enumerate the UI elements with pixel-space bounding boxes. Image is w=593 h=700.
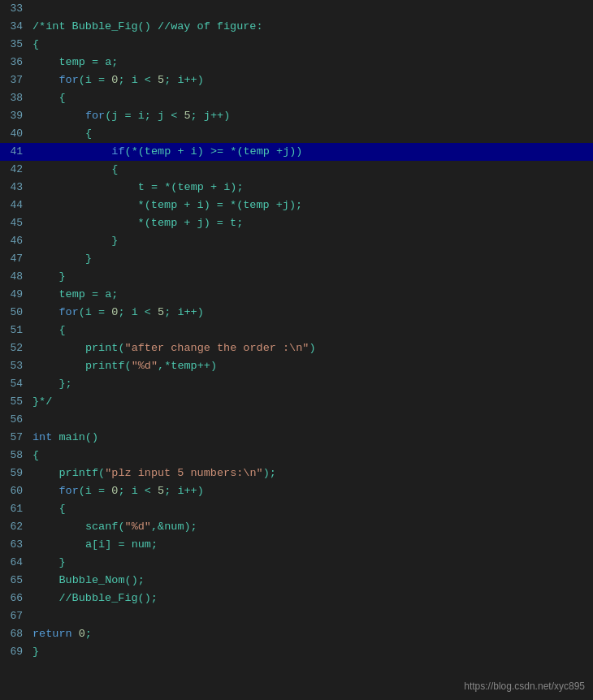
line-number: 65: [0, 572, 29, 590]
code-line: 57int main(): [0, 429, 593, 447]
line-number: 60: [0, 482, 29, 500]
code-line: 44 *(temp + i) = *(temp +j);: [0, 197, 593, 214]
code-line: 62 scanf("%d",&num);: [0, 518, 593, 536]
line-content: t = *(temp + i);: [29, 179, 593, 197]
line-content: for(i = 0; i < 5; i++): [29, 304, 593, 322]
line-number: 61: [0, 500, 29, 518]
line-content: {: [29, 89, 593, 107]
line-content: *(temp + j) = t;: [29, 214, 593, 232]
line-number: 55: [0, 393, 29, 411]
line-number: 56: [0, 411, 29, 429]
code-line: 50 for(i = 0; i < 5; i++): [0, 304, 593, 322]
code-line: 53 printf("%d",*temp++): [0, 357, 593, 375]
code-line: 45 *(temp + j) = t;: [0, 214, 593, 232]
code-line: 68return 0;: [0, 625, 593, 643]
line-number: 38: [0, 89, 29, 107]
line-number: 67: [0, 607, 29, 625]
line-content: [29, 607, 593, 625]
line-content: }*/: [29, 393, 593, 411]
code-line: 66 //Bubble_Fig();: [0, 590, 593, 607]
line-number: 53: [0, 357, 29, 375]
line-content: }: [29, 250, 593, 268]
line-number: 49: [0, 286, 29, 304]
line-number: 51: [0, 322, 29, 339]
code-line: 41 if(*(temp + i) >= *(temp +j)): [0, 143, 593, 161]
code-line: 55}*/: [0, 393, 593, 411]
line-number: 63: [0, 536, 29, 554]
code-line: 59 printf("plz input 5 numbers:\n");: [0, 465, 593, 482]
line-content: printf("%d",*temp++): [29, 357, 593, 375]
code-line: 60 for(i = 0; i < 5; i++): [0, 482, 593, 500]
line-content: }: [29, 643, 593, 661]
code-line: 52 print("after change the order :\n"): [0, 339, 593, 357]
code-line: 58{: [0, 447, 593, 465]
line-content: {: [29, 500, 593, 518]
line-number: 40: [0, 125, 29, 143]
line-content: return 0;: [29, 625, 593, 643]
code-line: 56: [0, 411, 593, 429]
line-number: 58: [0, 447, 29, 465]
line-content: for(j = i; j < 5; j++): [29, 107, 593, 125]
line-number: 37: [0, 71, 29, 89]
code-line: 49 temp = a;: [0, 286, 593, 304]
code-line: 35{: [0, 36, 593, 54]
code-line: 42 {: [0, 161, 593, 179]
code-line: 64 }: [0, 554, 593, 572]
watermark: https://blog.csdn.net/xyc895: [464, 681, 585, 692]
line-number: 42: [0, 161, 29, 179]
code-line: 65 Bubble_Nom();: [0, 572, 593, 590]
line-content: {: [29, 161, 593, 179]
code-line: 36 temp = a;: [0, 54, 593, 71]
line-content: *(temp + i) = *(temp +j);: [29, 197, 593, 214]
line-content: int main(): [29, 429, 593, 447]
code-line: 51 {: [0, 322, 593, 339]
code-line: 63 a[i] = num;: [0, 536, 593, 554]
line-number: 59: [0, 465, 29, 482]
line-content: }: [29, 554, 593, 572]
line-content: {: [29, 447, 593, 465]
line-number: 68: [0, 625, 29, 643]
line-content: //Bubble_Fig();: [29, 590, 593, 607]
line-content: [29, 0, 593, 18]
line-number: 62: [0, 518, 29, 536]
code-line: 46 }: [0, 232, 593, 250]
line-number: 45: [0, 214, 29, 232]
code-line: 34/*int Bubble_Fig() //way of figure:: [0, 18, 593, 36]
line-content: for(i = 0; i < 5; i++): [29, 71, 593, 89]
code-line: 37 for(i = 0; i < 5; i++): [0, 71, 593, 89]
line-content: Bubble_Nom();: [29, 572, 593, 590]
line-content: [29, 411, 593, 429]
line-content: printf("plz input 5 numbers:\n");: [29, 465, 593, 482]
line-number: 34: [0, 18, 29, 36]
line-number: 46: [0, 232, 29, 250]
line-content: }: [29, 232, 593, 250]
code-line: 43 t = *(temp + i);: [0, 179, 593, 197]
line-content: for(i = 0; i < 5; i++): [29, 482, 593, 500]
code-editor: 33 34/*int Bubble_Fig() //way of figure:…: [0, 0, 593, 700]
line-number: 44: [0, 197, 29, 214]
line-content: scanf("%d",&num);: [29, 518, 593, 536]
code-line: 38 {: [0, 89, 593, 107]
line-content: print("after change the order :\n"): [29, 339, 593, 357]
code-line: 69}: [0, 643, 593, 661]
line-number: 64: [0, 554, 29, 572]
line-number: 33: [0, 0, 29, 18]
line-number: 35: [0, 36, 29, 54]
line-number: 39: [0, 107, 29, 125]
line-number: 43: [0, 179, 29, 197]
code-line: 48 }: [0, 268, 593, 286]
code-line: 33: [0, 0, 593, 18]
line-number: 57: [0, 429, 29, 447]
line-number: 69: [0, 643, 29, 661]
line-number: 48: [0, 268, 29, 286]
line-number: 66: [0, 590, 29, 607]
code-line: 47 }: [0, 250, 593, 268]
line-content: {: [29, 36, 593, 54]
line-content: }: [29, 268, 593, 286]
line-content: };: [29, 375, 593, 393]
line-number: 50: [0, 304, 29, 322]
line-content: temp = a;: [29, 286, 593, 304]
line-content: a[i] = num;: [29, 536, 593, 554]
code-line: 67: [0, 607, 593, 625]
line-number: 47: [0, 250, 29, 268]
